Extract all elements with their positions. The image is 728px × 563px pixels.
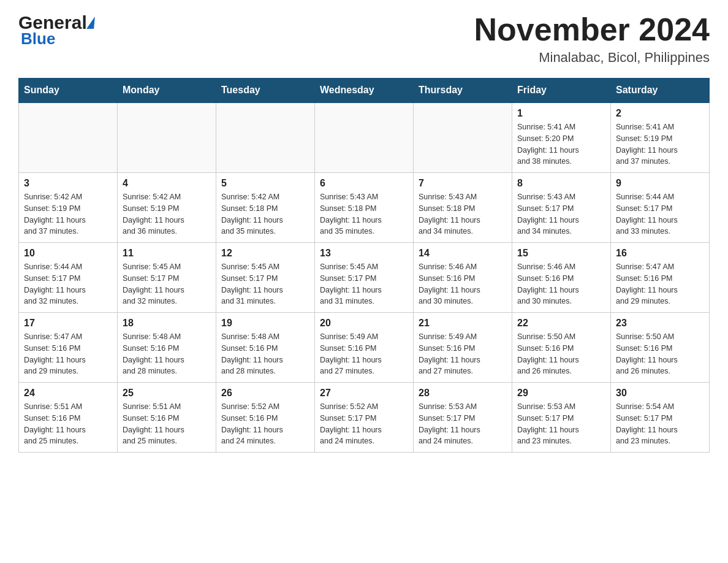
cell-date-number: 4 xyxy=(123,178,211,189)
calendar-cell: 28Sunrise: 5:53 AM Sunset: 5:17 PM Dayli… xyxy=(414,383,512,453)
calendar-cell: 2Sunrise: 5:41 AM Sunset: 5:19 PM Daylig… xyxy=(611,102,710,173)
calendar-cell: 13Sunrise: 5:45 AM Sunset: 5:17 PM Dayli… xyxy=(315,243,414,313)
cell-date-number: 12 xyxy=(221,248,309,259)
cell-sun-info: Sunrise: 5:53 AM Sunset: 5:17 PM Dayligh… xyxy=(419,401,507,447)
cell-date-number: 9 xyxy=(616,178,704,189)
cell-sun-info: Sunrise: 5:41 AM Sunset: 5:19 PM Dayligh… xyxy=(616,121,704,167)
cell-date-number: 16 xyxy=(616,248,704,259)
cell-date-number: 15 xyxy=(517,248,605,259)
calendar-cell: 30Sunrise: 5:54 AM Sunset: 5:17 PM Dayli… xyxy=(611,383,710,453)
calendar-cell: 23Sunrise: 5:50 AM Sunset: 5:16 PM Dayli… xyxy=(611,313,710,383)
weekday-header-thursday: Thursday xyxy=(414,79,512,103)
cell-sun-info: Sunrise: 5:43 AM Sunset: 5:18 PM Dayligh… xyxy=(419,191,507,237)
cell-date-number: 7 xyxy=(419,178,507,189)
week-row-1: 1Sunrise: 5:41 AM Sunset: 5:20 PM Daylig… xyxy=(19,102,710,173)
cell-sun-info: Sunrise: 5:44 AM Sunset: 5:17 PM Dayligh… xyxy=(24,261,112,307)
cell-date-number: 8 xyxy=(517,178,605,189)
cell-sun-info: Sunrise: 5:49 AM Sunset: 5:16 PM Dayligh… xyxy=(320,331,408,377)
cell-sun-info: Sunrise: 5:52 AM Sunset: 5:17 PM Dayligh… xyxy=(320,401,408,447)
cell-date-number: 28 xyxy=(419,388,507,399)
calendar-cell: 8Sunrise: 5:43 AM Sunset: 5:17 PM Daylig… xyxy=(512,173,611,243)
weekday-header-friday: Friday xyxy=(512,79,611,103)
cell-sun-info: Sunrise: 5:46 AM Sunset: 5:16 PM Dayligh… xyxy=(419,261,507,307)
calendar-cell: 6Sunrise: 5:43 AM Sunset: 5:18 PM Daylig… xyxy=(315,173,414,243)
calendar-cell: 5Sunrise: 5:42 AM Sunset: 5:18 PM Daylig… xyxy=(216,173,315,243)
cell-date-number: 24 xyxy=(24,388,112,399)
calendar-cell xyxy=(315,102,414,173)
cell-date-number: 10 xyxy=(24,248,112,259)
calendar-cell: 26Sunrise: 5:52 AM Sunset: 5:16 PM Dayli… xyxy=(216,383,315,453)
weekday-header-tuesday: Tuesday xyxy=(216,79,315,103)
cell-sun-info: Sunrise: 5:44 AM Sunset: 5:17 PM Dayligh… xyxy=(616,191,704,237)
cell-date-number: 27 xyxy=(320,388,408,399)
cell-sun-info: Sunrise: 5:51 AM Sunset: 5:16 PM Dayligh… xyxy=(123,401,211,447)
calendar-cell: 15Sunrise: 5:46 AM Sunset: 5:16 PM Dayli… xyxy=(512,243,611,313)
calendar-cell: 4Sunrise: 5:42 AM Sunset: 5:19 PM Daylig… xyxy=(118,173,216,243)
logo-blue-text: Blue xyxy=(21,29,94,48)
cell-sun-info: Sunrise: 5:54 AM Sunset: 5:17 PM Dayligh… xyxy=(616,401,704,447)
calendar-cell xyxy=(19,102,118,173)
cell-sun-info: Sunrise: 5:46 AM Sunset: 5:16 PM Dayligh… xyxy=(517,261,605,307)
title-block: November 2024 Minalabac, Bicol, Philippi… xyxy=(474,12,710,66)
cell-sun-info: Sunrise: 5:41 AM Sunset: 5:20 PM Dayligh… xyxy=(517,121,605,167)
cell-sun-info: Sunrise: 5:52 AM Sunset: 5:16 PM Dayligh… xyxy=(221,401,309,447)
cell-sun-info: Sunrise: 5:50 AM Sunset: 5:16 PM Dayligh… xyxy=(616,331,704,377)
cell-date-number: 26 xyxy=(221,388,309,399)
calendar-cell: 10Sunrise: 5:44 AM Sunset: 5:17 PM Dayli… xyxy=(19,243,118,313)
cell-date-number: 6 xyxy=(320,178,408,189)
cell-sun-info: Sunrise: 5:45 AM Sunset: 5:17 PM Dayligh… xyxy=(221,261,309,307)
calendar-cell: 14Sunrise: 5:46 AM Sunset: 5:16 PM Dayli… xyxy=(414,243,512,313)
logo-triangle-icon xyxy=(86,17,95,29)
calendar-cell: 21Sunrise: 5:49 AM Sunset: 5:16 PM Dayli… xyxy=(414,313,512,383)
cell-date-number: 18 xyxy=(123,318,211,329)
cell-date-number: 1 xyxy=(517,108,605,119)
cell-date-number: 22 xyxy=(517,318,605,329)
cell-date-number: 30 xyxy=(616,388,704,399)
calendar-cell: 29Sunrise: 5:53 AM Sunset: 5:17 PM Dayli… xyxy=(512,383,611,453)
cell-date-number: 14 xyxy=(419,248,507,259)
cell-sun-info: Sunrise: 5:53 AM Sunset: 5:17 PM Dayligh… xyxy=(517,401,605,447)
cell-date-number: 11 xyxy=(123,248,211,259)
calendar-cell: 27Sunrise: 5:52 AM Sunset: 5:17 PM Dayli… xyxy=(315,383,414,453)
cell-date-number: 3 xyxy=(24,178,112,189)
logo: General Blue xyxy=(18,12,94,48)
calendar-cell: 11Sunrise: 5:45 AM Sunset: 5:17 PM Dayli… xyxy=(118,243,216,313)
cell-sun-info: Sunrise: 5:45 AM Sunset: 5:17 PM Dayligh… xyxy=(320,261,408,307)
calendar-cell: 7Sunrise: 5:43 AM Sunset: 5:18 PM Daylig… xyxy=(414,173,512,243)
calendar-cell: 25Sunrise: 5:51 AM Sunset: 5:16 PM Dayli… xyxy=(118,383,216,453)
weekday-header-monday: Monday xyxy=(118,79,216,103)
location-title: Minalabac, Bicol, Philippines xyxy=(474,50,710,66)
calendar-cell: 1Sunrise: 5:41 AM Sunset: 5:20 PM Daylig… xyxy=(512,102,611,173)
calendar-cell: 16Sunrise: 5:47 AM Sunset: 5:16 PM Dayli… xyxy=(611,243,710,313)
calendar-cell: 19Sunrise: 5:48 AM Sunset: 5:16 PM Dayli… xyxy=(216,313,315,383)
calendar-cell: 24Sunrise: 5:51 AM Sunset: 5:16 PM Dayli… xyxy=(19,383,118,453)
cell-sun-info: Sunrise: 5:47 AM Sunset: 5:16 PM Dayligh… xyxy=(616,261,704,307)
calendar-cell xyxy=(414,102,512,173)
cell-date-number: 5 xyxy=(221,178,309,189)
calendar-cell: 20Sunrise: 5:49 AM Sunset: 5:16 PM Dayli… xyxy=(315,313,414,383)
weekday-header-wednesday: Wednesday xyxy=(315,79,414,103)
cell-sun-info: Sunrise: 5:45 AM Sunset: 5:17 PM Dayligh… xyxy=(123,261,211,307)
cell-date-number: 23 xyxy=(616,318,704,329)
cell-sun-info: Sunrise: 5:42 AM Sunset: 5:19 PM Dayligh… xyxy=(123,191,211,237)
calendar-cell: 3Sunrise: 5:42 AM Sunset: 5:19 PM Daylig… xyxy=(19,173,118,243)
cell-date-number: 29 xyxy=(517,388,605,399)
cell-sun-info: Sunrise: 5:48 AM Sunset: 5:16 PM Dayligh… xyxy=(123,331,211,377)
week-row-4: 17Sunrise: 5:47 AM Sunset: 5:16 PM Dayli… xyxy=(19,313,710,383)
cell-sun-info: Sunrise: 5:50 AM Sunset: 5:16 PM Dayligh… xyxy=(517,331,605,377)
calendar-cell: 18Sunrise: 5:48 AM Sunset: 5:16 PM Dayli… xyxy=(118,313,216,383)
weekday-header-saturday: Saturday xyxy=(611,79,710,103)
calendar-cell: 12Sunrise: 5:45 AM Sunset: 5:17 PM Dayli… xyxy=(216,243,315,313)
cell-date-number: 25 xyxy=(123,388,211,399)
cell-sun-info: Sunrise: 5:42 AM Sunset: 5:18 PM Dayligh… xyxy=(221,191,309,237)
cell-date-number: 19 xyxy=(221,318,309,329)
cell-date-number: 20 xyxy=(320,318,408,329)
month-title: November 2024 xyxy=(474,12,710,47)
cell-date-number: 17 xyxy=(24,318,112,329)
cell-sun-info: Sunrise: 5:43 AM Sunset: 5:18 PM Dayligh… xyxy=(320,191,408,237)
cell-date-number: 13 xyxy=(320,248,408,259)
cell-sun-info: Sunrise: 5:51 AM Sunset: 5:16 PM Dayligh… xyxy=(24,401,112,447)
cell-date-number: 2 xyxy=(616,108,704,119)
calendar-cell: 9Sunrise: 5:44 AM Sunset: 5:17 PM Daylig… xyxy=(611,173,710,243)
calendar-cell xyxy=(216,102,315,173)
